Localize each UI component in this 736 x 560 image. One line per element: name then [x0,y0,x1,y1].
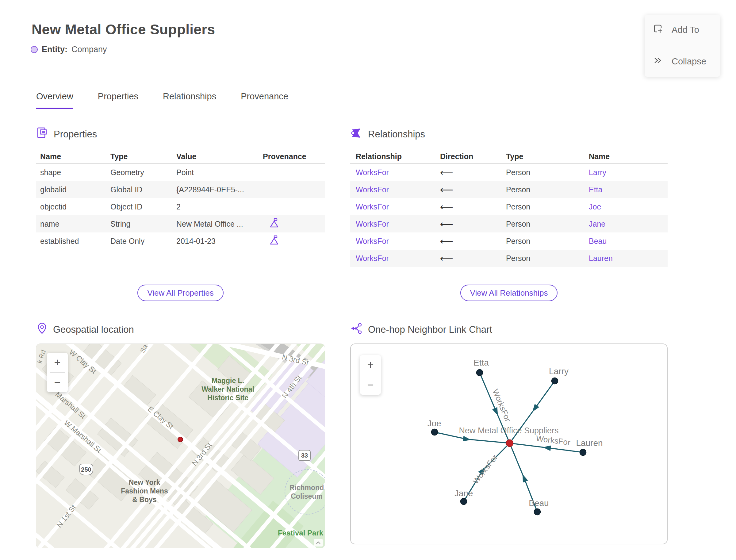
action-menu: Add To Collapse [645,15,720,77]
related-entity-type: Person [506,185,589,194]
route-shield: 33 [298,450,311,461]
properties-icon [36,127,49,142]
related-entity-type: Person [506,202,589,211]
properties-section-title: Properties [54,129,97,140]
svg-text:Etta: Etta [473,358,489,367]
related-entity-type: Person [506,168,589,177]
property-name: established [36,237,110,246]
related-entity-type: Person [506,220,589,228]
direction-arrow-icon: ⟵ [440,201,506,212]
relationship-link[interactable]: WorksFor [350,220,440,228]
chart-zoom-out-button[interactable]: − [360,375,381,395]
tab-overview[interactable]: Overview [36,91,73,109]
map-label: Richmond Coliseum [289,483,324,501]
relationship-row: WorksFor⟵PersonLarry [350,164,668,181]
tab-properties[interactable]: Properties [98,91,138,109]
relationship-row: WorksFor⟵PersonEtta [350,181,668,198]
property-type: Object ID [110,202,176,211]
link-chart-canvas[interactable]: WorksForWorksForWorksForNew Metal Office… [350,343,668,544]
geospatial-section-header: Geospatial location [36,322,134,337]
relationship-link[interactable]: WorksFor [350,254,440,263]
svg-text:Beau: Beau [529,498,549,508]
properties-section-header: Properties [36,127,97,142]
chart-zoom-control: + − [360,355,381,395]
property-name: shape [36,168,110,177]
column-header: Type [506,152,589,161]
relationship-link[interactable]: WorksFor [350,168,440,177]
relationship-row: WorksFor⟵PersonJoe [350,198,668,215]
related-entity-link[interactable]: Etta [589,185,668,194]
properties-row: nameStringNew Metal Office ... [36,215,325,232]
tab-relationships[interactable]: Relationships [163,91,216,109]
property-provenance-cell [262,235,325,247]
add-to-button[interactable]: Add To [653,23,712,36]
relationships-table-header: RelationshipDirectionTypeName [350,150,668,164]
svg-text:Larry: Larry [549,366,569,376]
relationships-table: RelationshipDirectionTypeName WorksFor⟵P… [350,150,668,267]
property-name: globalid [36,185,110,194]
relationships-section-header: Relationships [350,127,425,142]
column-header: Direction [440,152,506,161]
collapse-button[interactable]: Collapse [653,55,712,68]
relationship-row: WorksFor⟵PersonJane [350,215,668,232]
property-type: String [110,220,176,228]
map-marker[interactable] [178,437,183,442]
related-entity-link[interactable]: Larry [589,168,668,177]
geospatial-section-title: Geospatial location [53,324,134,335]
map-attribution-toggle[interactable] [314,539,323,547]
map-canvas[interactable]: k RdW Clay StSaMarshall StW Marshall StE… [36,343,325,548]
property-value: 2 [176,202,262,211]
related-entity-link[interactable]: Jane [589,220,668,228]
map-zoom-control: + − [47,353,68,392]
column-header: Name [36,152,110,161]
entity-type-icon [31,46,38,53]
relationship-link[interactable]: WorksFor [350,185,440,194]
chart-zoom-in-button[interactable]: + [360,355,381,375]
relationship-link[interactable]: WorksFor [350,202,440,211]
svg-text:Joe: Joe [427,419,441,428]
map-pin-icon [36,322,48,337]
relationships-section-title: Relationships [368,129,425,140]
properties-row: globalidGlobal ID{A228944F-0EF5-... [36,181,325,198]
relationships-icon [350,127,363,142]
property-value: Point [176,168,262,177]
property-value: New Metal Office ... [176,220,262,228]
provenance-flag-icon[interactable] [270,235,279,245]
related-entity-link[interactable]: Joe [589,202,668,211]
svg-text:Jane: Jane [454,489,473,498]
property-value: 2014-01-23 [176,237,262,246]
add-to-icon [653,23,664,36]
svg-text:WorksFor: WorksFor [535,434,571,447]
properties-row: shapeGeometryPoint [36,164,325,181]
column-header: Provenance [262,152,325,161]
map-label: New York Fashion Mens & Boys [121,478,168,504]
column-header: Relationship [350,152,440,161]
related-entity-link[interactable]: Lauren [589,254,668,263]
entity-row: Entity: Company [31,45,107,54]
property-provenance-cell [262,218,325,230]
view-all-properties-button[interactable]: View All Properties [137,285,223,301]
entity-label: Entity: [42,45,67,54]
collapse-label: Collapse [672,56,706,67]
svg-text:WorksFor: WorksFor [471,453,500,485]
link-chart-section-header: One-hop Neighbor Link Chart [350,322,492,337]
map-zoom-in-button[interactable]: + [47,353,68,372]
relationship-link[interactable]: WorksFor [350,237,440,246]
add-to-label: Add To [672,25,699,35]
property-type: Geometry [110,168,176,177]
direction-arrow-icon: ⟵ [440,253,506,264]
provenance-flag-icon[interactable] [270,218,279,228]
column-header: Value [176,152,262,161]
map-label: Festival Park [278,528,323,537]
property-type: Global ID [110,185,176,194]
column-header: Name [589,152,668,161]
tab-provenance[interactable]: Provenance [241,91,288,109]
svg-text:New Metal Office Suppliers: New Metal Office Suppliers [459,426,558,435]
related-entity-type: Person [506,254,589,263]
properties-row: establishedDate Only2014-01-23 [36,232,325,250]
properties-table-header: NameTypeValueProvenance [36,150,325,164]
view-all-relationships-button[interactable]: View All Relationships [460,285,558,301]
related-entity-type: Person [506,237,589,246]
related-entity-link[interactable]: Beau [589,237,668,246]
map-zoom-out-button[interactable]: − [47,373,68,392]
